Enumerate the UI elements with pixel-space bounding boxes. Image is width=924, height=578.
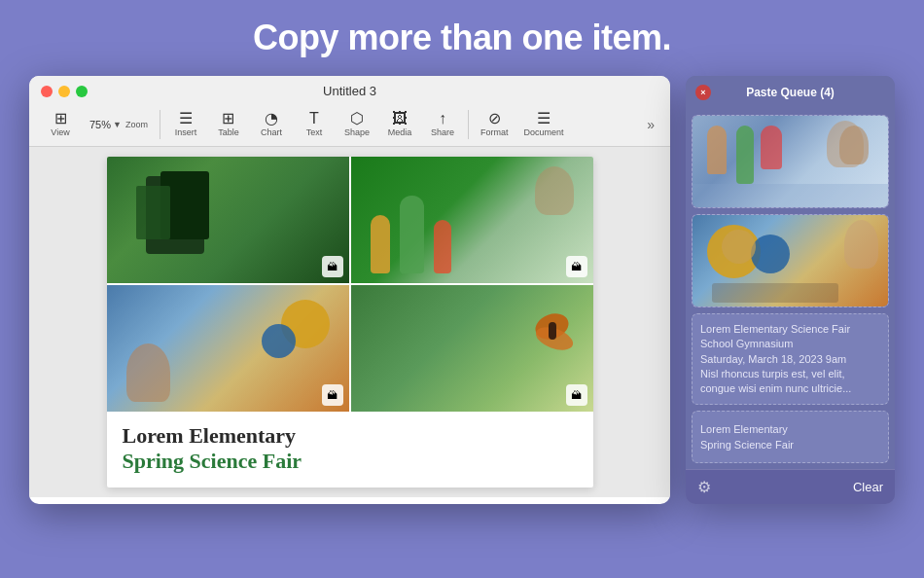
- pages-window: Untitled 3 ⊞ View 75% ▼ Zoom: [29, 76, 670, 504]
- table-icon: ⊞: [222, 111, 234, 126]
- pq-text-4: Lorem Elementary Spring Science Fair: [693, 412, 888, 463]
- zoom-arrow-icon: ▼: [113, 120, 122, 129]
- table-label: Table: [218, 127, 239, 137]
- zoom-label: Zoom: [125, 120, 148, 129]
- toolbar-separator-1: [160, 110, 160, 139]
- zoom-value: 75%: [89, 119, 111, 130]
- pq-item-4[interactable]: Lorem Elementary Spring Science Fair: [692, 411, 889, 463]
- media-label: Media: [388, 127, 412, 137]
- paste-queue-footer: ⚙ Clear: [686, 469, 895, 504]
- window-controls: [41, 86, 88, 97]
- main-area: Untitled 3 ⊞ View 75% ▼ Zoom: [0, 58, 924, 504]
- photo-cell-2: 🏔: [351, 157, 593, 283]
- photo-cell-4: 🏔: [351, 285, 593, 412]
- media-icon: 🖼: [392, 111, 408, 126]
- toolbar: ⊞ View 75% ▼ Zoom ☰ Insert: [41, 104, 658, 146]
- photo-overlay-3: 🏔: [322, 384, 343, 406]
- toolbar-item-media[interactable]: 🖼 Media: [380, 108, 419, 140]
- toolbar-item-share[interactable]: ↑ Share: [423, 108, 462, 140]
- chart-icon: ◔: [265, 111, 278, 126]
- toolbar-item-view[interactable]: ⊞ View: [41, 108, 80, 140]
- view-icon: ⊞: [54, 111, 67, 126]
- insert-icon: ☰: [179, 111, 193, 126]
- pq-item-2[interactable]: [692, 214, 889, 307]
- paste-queue-title: Paste Queue (4): [746, 86, 835, 99]
- toolbar-item-format[interactable]: ⊘ Format: [475, 108, 515, 140]
- insert-label: Insert: [175, 127, 197, 137]
- doc-area: 🏔 🏔: [29, 147, 670, 497]
- photo-icon-2: 🏔: [571, 261, 582, 272]
- titlebar: Untitled 3 ⊞ View 75% ▼ Zoom: [29, 76, 670, 147]
- text-label: Text: [306, 127, 323, 137]
- toolbar-item-table[interactable]: ⊞ Table: [209, 108, 248, 140]
- view-label: View: [51, 127, 69, 137]
- photo-cell-3: 🏔: [107, 285, 349, 412]
- photo-grid: 🏔 🏔: [107, 157, 593, 412]
- document-label: Document: [523, 127, 563, 137]
- window-title: Untitled 3: [323, 84, 376, 98]
- doc-heading2: Spring Science Fair: [123, 449, 578, 474]
- clear-button[interactable]: Clear: [853, 480, 883, 494]
- toolbar-more-button[interactable]: »: [643, 117, 658, 132]
- photo-cell-1: 🏔: [107, 157, 349, 283]
- close-button[interactable]: [41, 86, 53, 97]
- format-icon: ⊘: [488, 111, 501, 126]
- toolbar-item-shape[interactable]: ⬡ Shape: [338, 108, 376, 140]
- document-icon: ☰: [537, 111, 551, 126]
- photo-icon-3: 🏔: [327, 389, 338, 401]
- pq-image-1: [693, 116, 888, 208]
- page-title: Copy more than one item.: [0, 0, 924, 58]
- titlebar-top: Untitled 3: [41, 84, 658, 98]
- toolbar-item-text[interactable]: T Text: [295, 108, 334, 140]
- toolbar-separator-2: [468, 110, 469, 139]
- share-icon: ↑: [439, 111, 446, 126]
- chart-label: Chart: [261, 127, 282, 137]
- doc-text: Lorem Elementary Spring Science Fair: [107, 412, 593, 486]
- shape-label: Shape: [344, 127, 370, 137]
- pq-item-3[interactable]: Lorem Elementary Science Fair School Gym…: [692, 313, 889, 405]
- gear-icon[interactable]: ⚙: [697, 478, 711, 496]
- paste-queue-items: Lorem Elementary Science Fair School Gym…: [686, 109, 895, 469]
- photo-overlay-4: 🏔: [566, 384, 587, 406]
- minimize-button[interactable]: [58, 86, 70, 97]
- maximize-button[interactable]: [76, 86, 88, 97]
- doc-heading1: Lorem Elementary: [123, 423, 578, 449]
- photo-icon-4: 🏔: [571, 389, 582, 401]
- toolbar-item-document[interactable]: ☰ Document: [517, 108, 569, 140]
- pq-image-2: [693, 215, 888, 307]
- pq-item-1[interactable]: [692, 115, 889, 208]
- doc-page: 🏔 🏔: [107, 157, 593, 488]
- photo-icon-1: 🏔: [327, 261, 338, 272]
- paste-queue-header: × Paste Queue (4): [686, 76, 895, 109]
- shape-icon: ⬡: [350, 111, 364, 126]
- toolbar-item-zoom[interactable]: 75% ▼ Zoom: [84, 113, 154, 136]
- paste-queue-close-button[interactable]: ×: [695, 85, 711, 100]
- paste-queue-panel: × Paste Queue (4): [686, 76, 895, 504]
- photo-overlay-1: 🏔: [322, 256, 343, 277]
- pq-text-3: Lorem Elementary Science Fair School Gym…: [693, 314, 888, 405]
- share-label: Share: [431, 127, 454, 137]
- toolbar-item-chart[interactable]: ◔ Chart: [252, 108, 291, 140]
- toolbar-item-insert[interactable]: ☰ Insert: [166, 108, 205, 140]
- format-label: Format: [480, 127, 509, 137]
- text-icon: T: [309, 111, 319, 126]
- photo-overlay-2: 🏔: [566, 256, 587, 277]
